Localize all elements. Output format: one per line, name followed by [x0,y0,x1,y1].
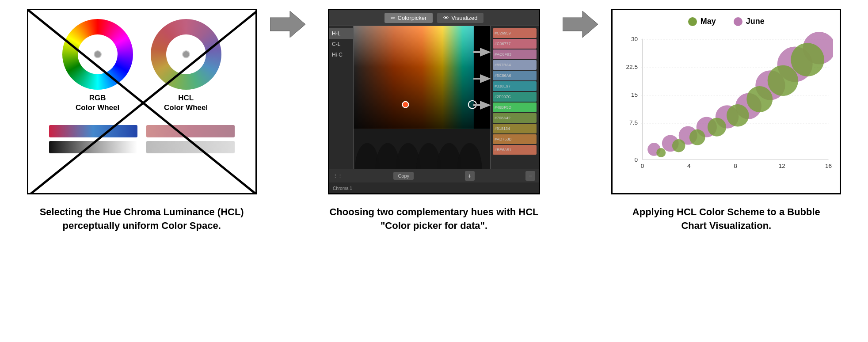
cp-toolbar: ✏ Colorpicker 👁 Visualized [329,10,539,26]
color-swatch-2[interactable]: #AC6F93 [493,49,537,59]
legend-june-dot [734,17,742,26]
cp-copy-button[interactable]: Copy [393,172,414,180]
panel-2-caption: Choosing two complementary hues with HCL… [328,205,540,233]
color-swatch-4[interactable]: #5C86A6 [493,71,537,80]
cp-mode-cl[interactable]: C-L [329,39,353,49]
color-swatch-0[interactable]: #C26959 [493,28,537,38]
arrow-1-container [270,9,305,66]
color-swatch-8[interactable]: #708A42 [493,113,537,123]
svg-point-49 [727,104,749,127]
crossed-box: RGB Color Wheel HCL Color Wheel [27,9,257,194]
svg-marker-2 [270,11,305,38]
legend-june: June [734,17,765,26]
hcl-wheel-inner [166,34,206,74]
bars-section [37,125,247,153]
svg-text:12: 12 [779,163,785,169]
legend-may: May [688,17,716,26]
panel-2: ✏ Colorpicker 👁 Visualized H-L C-L Hi-C [305,9,562,233]
cp-mode-hl[interactable]: H-L [329,28,353,39]
cp-body: H-L C-L Hi-C [329,26,539,169]
svg-text:22.5: 22.5 [626,64,638,70]
svg-point-50 [747,86,773,112]
legend-may-dot [688,17,697,26]
svg-point-14 [402,102,408,108]
hcl-wheel-item: HCL Color Wheel [151,19,221,113]
rgb-bar-2 [49,141,137,153]
svg-point-48 [708,118,726,137]
rgb-wheel-item: RGB Color Wheel [62,19,133,113]
arrow-2-container [563,9,598,66]
panel-1: RGB Color Wheel HCL Color Wheel [13,9,270,233]
main-container: RGB Color Wheel HCL Color Wheel [13,9,855,333]
wheels-row: RGB Color Wheel HCL Color Wheel [62,19,221,113]
hcl-wheel-dot [182,50,190,58]
hcl-wheel-label: HCL Color Wheel [164,93,208,113]
colorpicker-icon: ✏ [391,15,396,21]
svg-text:4: 4 [687,163,691,169]
svg-marker-19 [563,11,598,38]
svg-rect-6 [474,26,490,129]
cp-modes: H-L C-L Hi-C [329,26,354,169]
cp-chroma-label: Chroma 1 [333,186,352,191]
cp-mode-hic[interactable]: Hi-C [329,49,353,60]
svg-text:0: 0 [641,163,644,169]
visualized-icon: 👁 [443,15,449,21]
hcl-color-wheel [151,19,221,90]
cp-plus-button[interactable]: + [465,171,475,181]
svg-point-47 [689,129,705,145]
cp-gradient-svg [354,26,490,169]
svg-text:8: 8 [734,163,738,169]
bars-row-1 [42,125,242,137]
svg-text:0: 0 [635,157,638,163]
rgb-wheel-dot [94,50,102,58]
rgb-bar-1 [49,125,137,137]
svg-text:15: 15 [631,91,638,98]
svg-text:16: 16 [825,163,832,169]
cp-tab-visualized[interactable]: 👁 Visualized [437,13,483,23]
color-swatch-1[interactable]: #C06777 [493,39,537,49]
chart-area: 30 22.5 15 7.5 0 0 4 8 12 16 [619,30,833,186]
hcl-bar-2 [146,141,235,153]
arrow-2 [563,9,598,40]
cp-tab-colorpicker[interactable]: ✏ Colorpicker [385,13,433,23]
svg-point-52 [791,43,825,76]
color-swatch-6[interactable]: #2F907C [493,92,537,102]
arrow-1 [270,9,305,40]
cp-swatches: #C26959#C06777#AC6F93#897BA4#5C86A6#338E… [490,26,539,169]
cp-minus-button[interactable]: − [525,171,535,181]
chart-legend: May June [619,17,833,26]
panel-3-caption: Applying HCL Color Scheme to a Bubble Ch… [620,205,832,233]
color-swatch-7[interactable]: #46BF5D [493,103,537,112]
cp-dots: ⋮⋮ [333,173,343,179]
hcl-bar-1 [146,125,235,137]
svg-text:7.5: 7.5 [629,119,638,126]
color-swatch-10[interactable]: #AD753B [493,134,537,144]
color-swatch-5[interactable]: #338E97 [493,81,537,91]
rgb-wheel-label: RGB Color Wheel [76,93,119,113]
panel-1-caption: Selecting the Hue Chroma Luminance (HCL)… [36,205,248,233]
svg-point-15 [468,101,476,109]
cp-sub-footer: Chroma 1 [329,182,539,193]
svg-text:30: 30 [631,36,638,42]
cp-gradient-area [354,26,490,169]
bubble-chart-svg: 30 22.5 15 7.5 0 0 4 8 12 16 [619,30,833,186]
color-swatch-3[interactable]: #897BA4 [493,60,537,70]
colorpicker-box: ✏ Colorpicker 👁 Visualized H-L C-L Hi-C [328,9,540,194]
svg-rect-5 [354,26,490,129]
rgb-color-wheel [62,19,133,90]
svg-point-46 [672,139,685,152]
chart-box: May June 30 22.5 15 [611,9,841,194]
color-swatch-9[interactable]: #918134 [493,124,537,133]
color-swatch-11[interactable]: #BE6A51 [493,145,537,155]
bars-row-2 [42,141,242,153]
panel-3: May June 30 22.5 15 [598,9,855,233]
cp-footer: ⋮⋮ Copy + − [329,169,539,182]
rgb-wheel-inner [78,34,118,74]
swatch-list: #C26959#C06777#AC6F93#897BA4#5C86A6#338E… [493,28,537,156]
svg-point-51 [768,65,798,96]
svg-point-45 [656,148,666,157]
